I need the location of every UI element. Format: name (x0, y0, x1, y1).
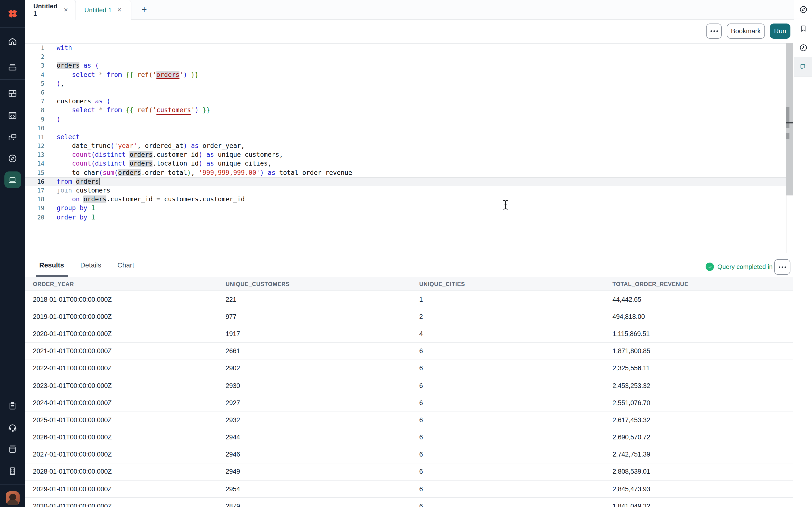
results-more-options-button[interactable] (774, 259, 791, 275)
clipboard-icon[interactable] (0, 396, 25, 415)
table-cell: 2028-01-01T00:00:00.000Z (25, 468, 218, 475)
line-number: 1 (25, 44, 44, 52)
line-number: 12 (25, 142, 44, 150)
more-options-button[interactable] (706, 23, 722, 39)
code-line-17[interactable]: 17join customers (25, 186, 786, 195)
code-line-20[interactable]: 20order by 1 (25, 213, 786, 222)
code-line-7[interactable]: 7customers as ( (25, 97, 786, 106)
ai-chat-sparkle-icon[interactable] (794, 57, 812, 77)
editor-scrollbar-thumb[interactable] (786, 107, 790, 128)
code-line-16[interactable]: 16from orders (25, 177, 786, 186)
column-header-unique-customers: UNIQUE_CUSTOMERS (218, 281, 411, 287)
close-icon[interactable]: ✕ (63, 6, 69, 13)
table-row[interactable]: 2020-01-01T00:00:00.000Z191741,115,869.5… (25, 326, 793, 343)
table-row[interactable]: 2025-01-01T00:00:00.000Z293262,617,453.3… (25, 412, 793, 429)
line-number: 5 (25, 79, 44, 88)
table-cell: 6 (411, 451, 605, 458)
tab-results[interactable]: Results (39, 253, 64, 277)
close-icon[interactable]: ✕ (116, 6, 122, 13)
column-header-total-order-revenue: TOTAL_ORDER_REVENUE (605, 281, 793, 287)
code-line-11[interactable]: 11select (25, 133, 786, 142)
layout-grid-icon[interactable] (0, 83, 25, 103)
tab-label: Results (39, 261, 64, 269)
editor-scrollbar-segment (786, 133, 790, 139)
hex-logo[interactable] (0, 4, 25, 24)
code-line-19[interactable]: 19group by 1 (25, 204, 786, 213)
notebook-view-icon-active[interactable] (0, 170, 25, 189)
tab-untitled-1[interactable]: Untitled 1 ✕ (25, 0, 76, 19)
line-number: 10 (25, 124, 44, 132)
table-cell: 2,690,570.72 (605, 434, 793, 441)
table-cell: 44,442.65 (605, 296, 793, 303)
table-cell: 2902 (218, 365, 411, 372)
history-clock-icon[interactable] (794, 38, 812, 57)
ellipsis-icon (710, 31, 718, 32)
table-row[interactable]: 2023-01-01T00:00:00.000Z293062,453,253.3… (25, 377, 793, 394)
line-number: 16 (25, 177, 44, 186)
code-line-14[interactable]: 14 count(distinct orders.location_id) as… (25, 160, 786, 168)
bookmark-icon[interactable] (794, 19, 812, 38)
table-row[interactable]: 2030-01-01T00:00:00.000Z287961,841,049.3… (25, 498, 793, 507)
tab-label: Untitled 1 (84, 6, 112, 13)
headset-support-icon[interactable] (0, 417, 25, 437)
table-cell: 6 (411, 434, 605, 441)
table-cell: 2019-01-01T00:00:00.000Z (25, 313, 218, 320)
table-cell: 2,453,253.32 (605, 382, 793, 389)
table-cell: 2024-01-01T00:00:00.000Z (25, 399, 218, 406)
code-line-15[interactable]: 15 to_char(sum(orders.order_total), '999… (25, 168, 786, 177)
code-line-6[interactable]: 6 (25, 88, 786, 97)
table-row[interactable]: 2028-01-01T00:00:00.000Z294962,808,539.0… (25, 463, 793, 481)
code-line-4[interactable]: 4 select * from {{ ref('orders') }} (25, 70, 786, 79)
user-avatar[interactable] (0, 488, 25, 507)
line-number: 18 (25, 195, 44, 204)
run-button[interactable]: Run (770, 23, 791, 39)
table-row[interactable]: 2026-01-01T00:00:00.000Z294462,690,570.7… (25, 429, 793, 446)
table-row[interactable]: 2022-01-01T00:00:00.000Z290262,325,556.1… (25, 360, 793, 377)
table-row[interactable]: 2024-01-01T00:00:00.000Z292762,551,076.7… (25, 394, 793, 411)
home-icon[interactable] (0, 31, 25, 51)
cell-toolbar: Bookmark Run (25, 19, 794, 43)
line-number: 2 (25, 52, 44, 61)
code-line-8[interactable]: 8 select * from {{ ref('customers') }} (25, 106, 786, 115)
code-line-2[interactable]: 2 (25, 52, 786, 61)
new-tab-button[interactable]: + (138, 4, 150, 16)
table-row[interactable]: 2019-01-01T00:00:00.000Z9772494,818.00 (25, 308, 793, 325)
tab-untitled-2[interactable]: Untitled 1 ✕ (76, 0, 132, 19)
code-line-13[interactable]: 13 count(distinct orders.customer_id) as… (25, 151, 786, 160)
code-line-5[interactable]: 5), (25, 79, 786, 88)
table-row[interactable]: 2027-01-01T00:00:00.000Z294662,742,751.3… (25, 446, 793, 463)
code-line-1[interactable]: 1with (25, 44, 786, 52)
screens-icon[interactable] (0, 127, 25, 147)
line-number: 11 (25, 133, 44, 142)
check-circle-icon (706, 263, 714, 271)
compass-icon[interactable] (0, 149, 25, 168)
table-cell: 2022-01-01T00:00:00.000Z (25, 365, 218, 372)
table-cell: 1917 (218, 330, 411, 338)
projects-inbox-icon[interactable] (0, 57, 25, 76)
table-row[interactable]: 2029-01-01T00:00:00.000Z295462,845,473.9… (25, 481, 793, 498)
org-building-icon[interactable] (0, 461, 25, 481)
bookmark-button[interactable]: Bookmark (727, 23, 765, 39)
compass-icon[interactable] (794, 0, 812, 19)
code-line-3[interactable]: 3orders as ( (25, 61, 786, 70)
docs-book-icon[interactable] (0, 439, 25, 458)
table-row[interactable]: 2021-01-01T00:00:00.000Z266161,871,800.8… (25, 343, 793, 360)
code-line-12[interactable]: 12 date_trunc('year', ordered_at) as ord… (25, 142, 786, 150)
table-cell: 2879 (218, 503, 411, 507)
table-cell: 2927 (218, 399, 411, 406)
code-line-9[interactable]: 9) (25, 115, 786, 124)
code-line-10[interactable]: 10 (25, 124, 786, 132)
code-line-18[interactable]: 18 on orders.customer_id = customers.cus… (25, 195, 786, 204)
table-cell: 6 (411, 365, 605, 372)
tab-chart[interactable]: Chart (117, 253, 134, 277)
run-label: Run (774, 27, 786, 35)
line-number: 20 (25, 213, 44, 222)
tab-label: Chart (117, 261, 134, 269)
table-row[interactable]: 2018-01-01T00:00:00.000Z221144,442.65 (25, 291, 793, 308)
table-cell: 2 (411, 313, 605, 320)
rail-divider (0, 27, 25, 28)
tab-label: Details (80, 261, 101, 269)
code-window-icon[interactable] (0, 105, 25, 125)
sql-editor[interactable]: 1with23orders as (4 select * from {{ ref… (25, 44, 786, 253)
tab-details[interactable]: Details (80, 253, 101, 277)
